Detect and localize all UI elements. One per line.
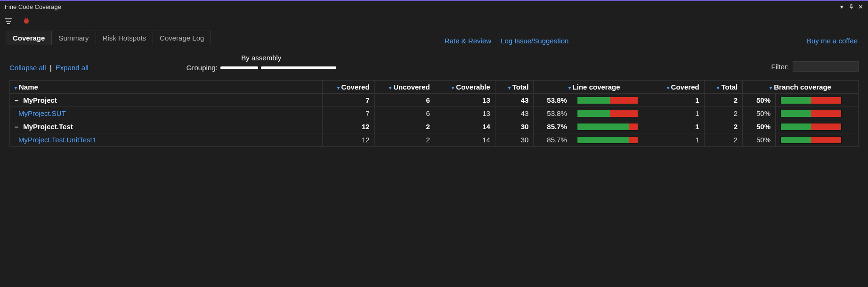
- sort-icon: ▾: [15, 85, 17, 90]
- link-expand-all[interactable]: Expand all: [56, 64, 89, 72]
- svg-rect-1: [6, 21, 11, 22]
- cell-line-bar: [572, 120, 655, 133]
- table-header-row: ▾Name ▾Covered ▾Uncovered ▾Coverable ▾To…: [10, 81, 859, 94]
- cell-branch-covered: 1: [655, 94, 704, 107]
- window-dropdown-icon[interactable]: ▾: [837, 2, 846, 12]
- sort-icon: ▾: [452, 85, 454, 90]
- grouping-label: Grouping:: [187, 64, 218, 72]
- cell-line-bar: [572, 133, 655, 147]
- cell-total: 30: [495, 120, 534, 133]
- class-link[interactable]: MyProject.SUT: [18, 109, 66, 117]
- cell-branch-covered: 1: [655, 120, 704, 133]
- coverage-bar: [780, 136, 842, 144]
- grouping-slider-left[interactable]: [220, 66, 258, 69]
- grouping-block: By assembly Grouping:: [187, 54, 336, 72]
- filter-label: Filter:: [771, 63, 789, 71]
- grouping-mode-label: By assembly: [187, 54, 336, 62]
- cell-branch-pct: 50%: [743, 120, 776, 133]
- sort-icon: ▾: [389, 85, 391, 90]
- tab-row: Coverage Summary Risk Hotspots Coverage …: [0, 29, 868, 45]
- cell-name: MyProject.Test.UnitTest1: [10, 133, 323, 147]
- assembly-name: MyProject.Test: [21, 123, 73, 131]
- panel-titlebar: Fine Code Coverage ▾ ✕: [0, 1, 868, 13]
- cell-line-bar: [572, 107, 655, 120]
- controls-row: Collapse all | Expand all By assembly Gr…: [9, 54, 859, 72]
- settings-icon[interactable]: [5, 16, 14, 26]
- assembly-name: MyProject: [21, 96, 57, 104]
- cell-branch-total: 2: [704, 120, 743, 133]
- content-area: Collapse all | Expand all By assembly Gr…: [0, 45, 868, 287]
- coverage-bar: [577, 136, 638, 144]
- sort-icon: ▾: [337, 85, 340, 90]
- grouping-slider-right[interactable]: [261, 66, 336, 69]
- close-icon[interactable]: ✕: [856, 2, 865, 12]
- separator: |: [50, 64, 52, 72]
- cell-total: 30: [495, 133, 534, 147]
- cell-branch-total: 2: [704, 94, 743, 107]
- cell-line-pct: 53.8%: [534, 94, 572, 107]
- col-line-coverage[interactable]: ▾Line coverage: [534, 81, 655, 94]
- cell-uncovered: 6: [374, 94, 435, 107]
- cell-covered: 12: [322, 133, 374, 147]
- filter-input[interactable]: [793, 61, 859, 72]
- flame-icon[interactable]: [21, 16, 30, 26]
- coverage-bar: [780, 110, 842, 117]
- table-row: – MyProject76134353.8%1250%: [10, 94, 859, 107]
- cell-uncovered: 6: [374, 107, 435, 120]
- class-link[interactable]: MyProject.Test.UnitTest1: [18, 136, 96, 144]
- col-branch-covered[interactable]: ▾Covered: [655, 81, 704, 94]
- tab-group: Coverage Summary Risk Hotspots Coverage …: [6, 31, 211, 45]
- cell-coverable: 13: [435, 94, 495, 107]
- cell-branch-bar: [776, 120, 859, 133]
- col-total[interactable]: ▾Total: [495, 81, 534, 94]
- cell-branch-pct: 50%: [743, 133, 776, 147]
- col-coverable[interactable]: ▾Coverable: [435, 81, 495, 94]
- pin-icon[interactable]: [846, 2, 856, 12]
- cell-branch-pct: 50%: [743, 107, 776, 120]
- cell-covered: 7: [322, 107, 374, 120]
- col-name[interactable]: ▾Name: [10, 81, 323, 94]
- collapse-expand-links: Collapse all | Expand all: [9, 64, 89, 72]
- expander-icon[interactable]: –: [15, 123, 21, 131]
- table-row: – MyProject.Test122143085.7%1250%: [10, 120, 859, 133]
- sort-icon: ▾: [717, 85, 719, 90]
- link-rate-review[interactable]: Rate & Review: [445, 37, 491, 45]
- cell-branch-total: 2: [704, 107, 743, 120]
- sort-icon: ▾: [770, 85, 772, 90]
- link-collapse-all[interactable]: Collapse all: [9, 64, 46, 72]
- cell-name: – MyProject: [10, 94, 323, 107]
- col-branch-total[interactable]: ▾Total: [704, 81, 743, 94]
- cell-name: – MyProject.Test: [10, 120, 323, 133]
- col-uncovered[interactable]: ▾Uncovered: [374, 81, 435, 94]
- coverage-bar: [780, 123, 842, 131]
- coverage-bar: [577, 97, 638, 104]
- svg-rect-2: [7, 23, 10, 24]
- sort-icon: ▾: [508, 85, 511, 90]
- cell-covered: 7: [322, 94, 374, 107]
- cell-branch-total: 2: [704, 133, 743, 147]
- cell-branch-bar: [776, 107, 859, 120]
- cell-line-pct: 85.7%: [534, 133, 572, 147]
- sort-icon: ▾: [568, 85, 571, 90]
- col-covered[interactable]: ▾Covered: [322, 81, 374, 94]
- cell-coverable: 14: [435, 133, 495, 147]
- link-buy-coffee[interactable]: Buy me a coffee: [807, 37, 858, 45]
- col-branch-coverage[interactable]: ▾Branch coverage: [743, 81, 859, 94]
- cell-name: MyProject.SUT: [10, 107, 323, 120]
- coverage-table: ▾Name ▾Covered ▾Uncovered ▾Coverable ▾To…: [9, 80, 859, 147]
- expander-icon[interactable]: –: [15, 96, 21, 104]
- cell-uncovered: 2: [374, 133, 435, 147]
- link-log-issue[interactable]: Log Issue/Suggestion: [501, 37, 568, 45]
- cell-coverable: 14: [435, 120, 495, 133]
- sort-icon: ▾: [667, 85, 669, 90]
- tab-coverage[interactable]: Coverage: [6, 31, 52, 45]
- tab-risk-hotspots[interactable]: Risk Hotspots: [96, 31, 154, 45]
- tab-summary[interactable]: Summary: [52, 31, 96, 45]
- cell-coverable: 13: [435, 107, 495, 120]
- cell-branch-covered: 1: [655, 107, 704, 120]
- coverage-bar: [577, 110, 638, 117]
- table-row: MyProject.Test.UnitTest1122143085.7%1250…: [10, 133, 859, 147]
- cell-branch-pct: 50%: [743, 94, 776, 107]
- cell-line-bar: [572, 94, 655, 107]
- tab-coverage-log[interactable]: Coverage Log: [153, 31, 211, 45]
